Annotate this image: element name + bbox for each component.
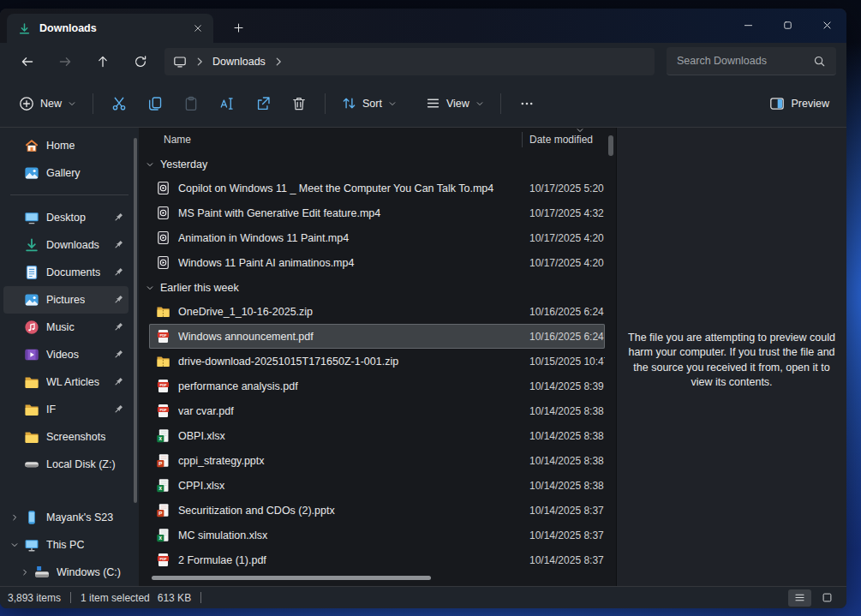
copy-button[interactable]	[137, 88, 173, 119]
pdf-file-icon: PDF	[156, 379, 170, 393]
file-row-performance-analysis-pdf[interactable]: PDFperformance analysis.pdf10/14/2025 8:…	[149, 374, 605, 398]
share-button[interactable]	[245, 88, 281, 119]
file-row-windows-11-paint-ai-animatinos-mp4[interactable]: Windows 11 Paint AI animatinos.mp410/17/…	[149, 250, 605, 275]
svg-text:PDF: PDF	[159, 408, 167, 412]
selection-size: 613 KB	[158, 592, 191, 604]
sort-button[interactable]: Sort	[333, 88, 405, 119]
view-button-label: View	[446, 98, 469, 110]
svg-text:x: x	[159, 485, 163, 491]
chevron-right-icon[interactable]	[21, 568, 29, 577]
file-row-obpi-xlsx[interactable]: xOBPI.xlsx10/14/2025 8:38	[149, 423, 605, 448]
chevron-right-icon	[194, 56, 206, 68]
file-row-cppi-strategy-pptx[interactable]: Pcppi_strategy.pptx10/14/2025 8:38	[149, 448, 605, 473]
sidebar-item-if[interactable]: IF	[3, 396, 129, 423]
maximize-button[interactable]	[768, 9, 807, 41]
sidebar-item-screenshots[interactable]: Screenshots	[3, 423, 129, 451]
close-icon	[193, 23, 203, 33]
new-button[interactable]: New	[10, 88, 85, 119]
delete-button[interactable]	[281, 88, 317, 119]
sidebar-item-desktop[interactable]: Desktop	[3, 204, 129, 231]
group-header-yesterday[interactable]: Yesterday	[139, 153, 616, 176]
sidebar-item-wl-articles[interactable]: WL Articles	[3, 368, 129, 396]
file-date-modified: 10/14/2025 8:38	[529, 405, 605, 417]
breadcrumb-downloads[interactable]: Downloads	[212, 56, 266, 68]
file-date-modified: 10/17/2025 4:32	[529, 207, 605, 219]
share-icon	[255, 96, 271, 111]
tab-close-button[interactable]	[188, 18, 208, 39]
status-bar: 3,893 items 1 item selected 613 KB	[0, 586, 846, 608]
file-row-mc-simulation-xlsx[interactable]: xMC simulation.xlsx10/14/2025 8:37	[149, 523, 605, 547]
sidebar-item-label: Screenshots	[46, 431, 105, 443]
file-row-cppi-xlsx[interactable]: xCPPI.xlsx10/14/2025 8:38	[149, 473, 605, 498]
file-row-onedrive-1-10-16-2025-zip[interactable]: OneDrive_1_10-16-2025.zip10/16/2025 6:24	[149, 299, 605, 324]
file-row-animation-in-windows-11-paint-mp4[interactable]: Animation in Windows 11 Paint.mp410/17/2…	[149, 225, 605, 250]
pin-icon	[112, 266, 124, 278]
column-header-name[interactable]: Name	[149, 134, 522, 146]
file-date-modified: 10/14/2025 8:37	[529, 505, 605, 517]
sidebar-item-videos[interactable]: Videos	[3, 341, 129, 368]
sidebar-scrollbar[interactable]	[134, 138, 137, 503]
preview-toggle-button[interactable]: Preview	[762, 88, 836, 119]
sidebar-item-mayank-s-s23[interactable]: Mayank's S23	[3, 504, 129, 531]
sort-icon	[342, 96, 356, 111]
file-row-ms-paint-with-generative-edit-feature-mp4[interactable]: MS Paint with Generative Edit feature.mp…	[149, 200, 605, 225]
svg-text:x: x	[159, 535, 163, 541]
preview-panel-icon	[769, 96, 785, 111]
chevron-down-icon[interactable]	[10, 541, 19, 549]
column-header-date-modified[interactable]: Date modified	[522, 132, 605, 147]
folder-icon	[24, 374, 39, 390]
search-icon[interactable]	[813, 55, 826, 68]
view-button[interactable]: View	[417, 88, 493, 119]
address-bar[interactable]: Downloads	[164, 48, 655, 75]
close-window-button[interactable]	[807, 9, 846, 41]
rename-icon	[219, 96, 235, 111]
pptx-file-icon: P	[156, 503, 170, 517]
file-name: MS Paint with Generative Edit feature.mp…	[178, 207, 529, 219]
rename-button[interactable]	[209, 88, 245, 119]
sidebar-item-windows-c[interactable]: Windows (C:)	[14, 559, 129, 586]
phone-icon	[24, 510, 39, 525]
file-name: Windows 11 Paint AI animatinos.mp4	[178, 257, 529, 269]
search-box[interactable]: Search Downloads	[667, 47, 836, 75]
cut-button[interactable]	[101, 88, 137, 119]
file-row-var-cvar-pdf[interactable]: PDFvar cvar.pdf10/14/2025 8:38	[149, 398, 605, 423]
group-header-earlier-this-week[interactable]: Earlier this week	[139, 277, 616, 299]
large-icons-view-button[interactable]	[816, 589, 839, 607]
nav-buttons	[9, 47, 159, 76]
sidebar-item-pictures[interactable]: Pictures	[3, 286, 129, 314]
file-name: Copilot on Windows 11 _ Meet the Compute…	[178, 182, 529, 194]
sidebar-item-local-disk-z[interactable]: Local Disk (Z:)	[3, 451, 129, 478]
sidebar-item-downloads[interactable]: Downloads	[3, 231, 129, 259]
file-name: MC simulation.xlsx	[178, 529, 529, 541]
file-row-2-formulae-1-pdf[interactable]: PDF2 Formulae (1).pdf10/14/2025 8:37	[149, 547, 605, 572]
sidebar-item-gallery[interactable]: Gallery	[3, 159, 129, 187]
sidebar-item-music[interactable]: Music	[3, 314, 129, 341]
file-explorer-window: Downloads Downloads Search Downloads New	[0, 9, 846, 608]
file-name: Securitization and CDOs (2).pptx	[178, 505, 529, 517]
pin-icon	[112, 212, 124, 224]
tab-downloads[interactable]: Downloads	[7, 14, 213, 43]
back-button[interactable]	[9, 47, 46, 76]
file-row-drive-download-20251015t171650z-1-001-zip[interactable]: drive-download-20251015T171650Z-1-001.zi…	[149, 349, 605, 374]
vertical-scrollbar[interactable]	[608, 135, 613, 156]
close-icon	[822, 20, 833, 31]
edit-icons	[101, 88, 317, 119]
refresh-button[interactable]	[122, 47, 159, 76]
new-tab-button[interactable]	[225, 15, 251, 40]
toolbar-divider	[93, 93, 93, 114]
horizontal-scrollbar[interactable]	[152, 576, 431, 580]
minimize-button[interactable]	[728, 9, 768, 41]
up-button[interactable]	[84, 47, 122, 76]
svg-text:P: P	[158, 460, 162, 466]
sidebar-item-this-pc[interactable]: This PC	[3, 531, 129, 559]
details-view-button[interactable]	[788, 589, 811, 607]
sidebar-item-label: This PC	[46, 539, 84, 551]
sidebar-item-home[interactable]: Home	[3, 132, 129, 159]
file-row-securitization-and-cdos-2-pptx[interactable]: PSecuritization and CDOs (2).pptx10/14/2…	[149, 498, 605, 523]
file-row-windows-announcement-pdf[interactable]: PDFWindows announcement.pdf10/16/2025 6:…	[149, 324, 605, 349]
chevron-right-icon[interactable]	[10, 513, 19, 522]
more-options-button[interactable]	[509, 88, 545, 119]
file-row-copilot-on-windows-11-meet-the-computer-you-can-talk-to-mp4[interactable]: Copilot on Windows 11 _ Meet the Compute…	[149, 176, 605, 200]
sidebar-item-label: Pictures	[46, 294, 85, 306]
sidebar-item-documents[interactable]: Documents	[3, 259, 129, 286]
